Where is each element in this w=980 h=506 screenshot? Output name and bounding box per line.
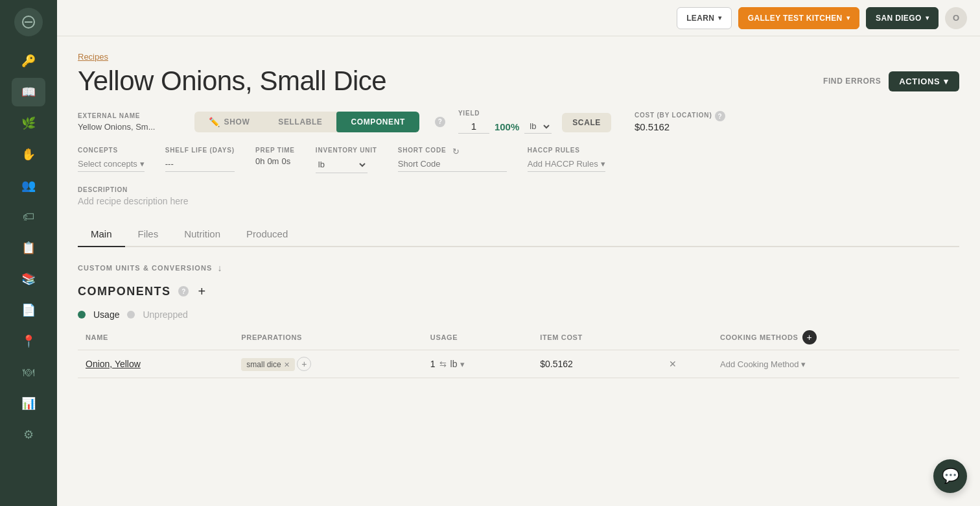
sidebar-item-leaf[interactable]: 🌿	[12, 109, 45, 138]
sidebar-item-settings[interactable]: ⚙	[12, 420, 45, 449]
chat-icon: 💬	[942, 468, 959, 485]
user-avatar[interactable]: O	[945, 7, 967, 29]
haccp-rules-select[interactable]: Add HACCP Rules ▾	[528, 156, 605, 172]
chevron-down-icon: ▾	[801, 359, 806, 369]
refresh-icon[interactable]: ↻	[452, 147, 460, 156]
tab-files[interactable]: Files	[125, 222, 172, 247]
sidebar-item-library[interactable]: 📚	[12, 265, 45, 293]
short-code-field: SHORT CODE ↻	[398, 147, 507, 172]
yield-section: YIELD 100% lb oz kg	[458, 110, 552, 134]
sidebar-item-report[interactable]: 📄	[12, 296, 45, 324]
preparations-cell: small dice ✕ +	[233, 350, 422, 378]
usage-inactive-dot	[127, 311, 135, 319]
external-name-label: EXTERNAL NAME	[78, 112, 181, 119]
report-icon: 📄	[21, 303, 36, 317]
description-input[interactable]: Add recipe description here	[78, 196, 959, 206]
usage-cell: 1 ⇆ lb ▾	[423, 350, 532, 378]
bar-chart-icon: 📊	[21, 396, 36, 411]
tabs-row: Main Files Nutrition Produced	[78, 222, 959, 247]
sidebar-item-chart[interactable]: 📊	[12, 389, 45, 418]
sidebar-item-location[interactable]: 📍	[12, 327, 45, 355]
sidebar-item-key[interactable]: 🔑	[12, 47, 45, 75]
add-cooking-method-link[interactable]: Add Cooking Method ▾	[720, 359, 951, 369]
unprepped-label[interactable]: Unprepped	[143, 309, 187, 320]
sidebar-item-hand[interactable]: ✋	[12, 140, 45, 169]
inventory-unit-select[interactable]: lb oz	[316, 156, 368, 173]
sidebar-item-list[interactable]: 📋	[12, 234, 45, 262]
cost-label: COST (BY LOCATION)	[635, 112, 712, 119]
fields-row: CONCEPTS Select concepts ▾ SHELF LIFE (D…	[78, 147, 959, 173]
title-actions: FIND ERRORS ACTIONS ▾	[823, 71, 959, 91]
tab-main[interactable]: Main	[78, 222, 125, 247]
sidebar-item-book[interactable]: 📖	[12, 78, 45, 106]
short-code-input[interactable]	[398, 156, 507, 172]
concepts-label: CONCEPTS	[78, 147, 145, 154]
item-link[interactable]: Onion, Yellow	[86, 359, 141, 369]
book-icon: 📖	[21, 85, 36, 99]
chevron-down-icon[interactable]: ▾	[460, 359, 465, 369]
add-component-button[interactable]: +	[194, 283, 209, 299]
haccp-rules-label: HACCP RULES	[528, 147, 605, 154]
component-option[interactable]: COMPONENT	[336, 112, 419, 132]
tab-nutrition[interactable]: Nutrition	[171, 222, 233, 247]
breadcrumb[interactable]: Recipes	[78, 52, 959, 62]
chevron-down-icon: ▾	[926, 14, 929, 21]
yield-input[interactable]	[458, 119, 489, 134]
learn-label: LEARN	[686, 14, 714, 23]
inventory-unit-field: INVENTORY UNIT lb oz	[316, 147, 377, 173]
sidebar: 🔑 📖 🌿 ✋ 👥 🏷 📋 📚 📄 📍 🍽	[0, 0, 57, 506]
sidebar-item-events[interactable]: 🍽	[12, 358, 45, 387]
concepts-field: CONCEPTS Select concepts ▾	[78, 147, 145, 172]
sellable-option[interactable]: SELLABLE	[264, 112, 336, 132]
yield-label: YIELD	[458, 110, 552, 117]
kitchen-label: GALLEY TEST KITCHEN	[748, 14, 843, 23]
external-name-section: EXTERNAL NAME Yellow Onions, Sm...	[78, 112, 181, 132]
yield-unit-select[interactable]: lb oz kg	[524, 119, 552, 134]
type-row: EXTERNAL NAME Yellow Onions, Sm... ✏️ SH…	[78, 110, 959, 134]
remove-row-button[interactable]: ✕	[669, 359, 677, 369]
chevron-down-icon: ▾	[601, 159, 605, 169]
chevron-down-icon: ▾	[140, 159, 145, 169]
sidebar-item-tag[interactable]: 🏷	[12, 202, 45, 231]
usage-active-dot	[78, 311, 86, 319]
app-logo[interactable]	[14, 8, 43, 36]
col-close	[661, 325, 712, 350]
learn-button[interactable]: LEARN ▾	[677, 7, 732, 29]
find-errors-button[interactable]: FIND ERRORS	[823, 77, 881, 86]
description-label: DESCRIPTION	[78, 186, 959, 193]
chevron-down-icon[interactable]: ↓	[217, 263, 222, 273]
add-preparation-button[interactable]: +	[297, 357, 311, 371]
preparation-tag: small dice ✕	[241, 358, 294, 371]
chevron-down-icon: ▾	[944, 77, 949, 86]
library-icon: 📚	[21, 272, 36, 286]
scale-button[interactable]: SCALE	[562, 113, 611, 132]
components-header: COMPONENTS ? +	[78, 283, 959, 299]
shelf-life-label: SHELF LIFE (DAYS)	[165, 147, 235, 154]
type-toggle: ✏️ SHOW SELLABLE COMPONENT	[194, 112, 419, 132]
item-cost-value: $0.5162	[540, 359, 573, 369]
remove-preparation-button[interactable]: ✕	[284, 361, 290, 369]
show-option[interactable]: ✏️ SHOW	[194, 112, 264, 132]
actions-button[interactable]: ACTIONS ▾	[889, 71, 959, 91]
cost-section: COST (BY LOCATION) ? $0.5162	[635, 111, 725, 132]
location-button[interactable]: SAN DIEGO ▾	[866, 7, 939, 29]
cooking-methods-cell: Add Cooking Method ▾	[712, 350, 959, 378]
col-cooking-methods: Cooking Methods +	[712, 325, 959, 350]
item-name-cell: Onion, Yellow	[78, 350, 233, 378]
type-help-icon[interactable]: ?	[435, 117, 445, 127]
cost-value: $0.5162	[635, 121, 725, 132]
add-cooking-method-header-button[interactable]: +	[802, 330, 817, 344]
components-help-icon[interactable]: ?	[178, 286, 189, 296]
concepts-select[interactable]: Select concepts ▾	[78, 156, 145, 172]
usage-unit: lb	[450, 359, 458, 369]
kitchen-button[interactable]: GALLEY TEST KITCHEN ▾	[738, 7, 859, 29]
tab-produced[interactable]: Produced	[233, 222, 301, 247]
chat-fab-button[interactable]: 💬	[933, 459, 967, 493]
leaf-icon: 🌿	[21, 116, 36, 130]
shelf-life-value: ---	[165, 156, 235, 172]
cost-help-icon[interactable]: ?	[715, 111, 725, 121]
sidebar-item-people[interactable]: 👥	[12, 171, 45, 200]
usage-label[interactable]: Usage	[93, 309, 119, 320]
location-label: SAN DIEGO	[876, 14, 922, 23]
prep-time-label: PREP TIME	[255, 147, 295, 154]
